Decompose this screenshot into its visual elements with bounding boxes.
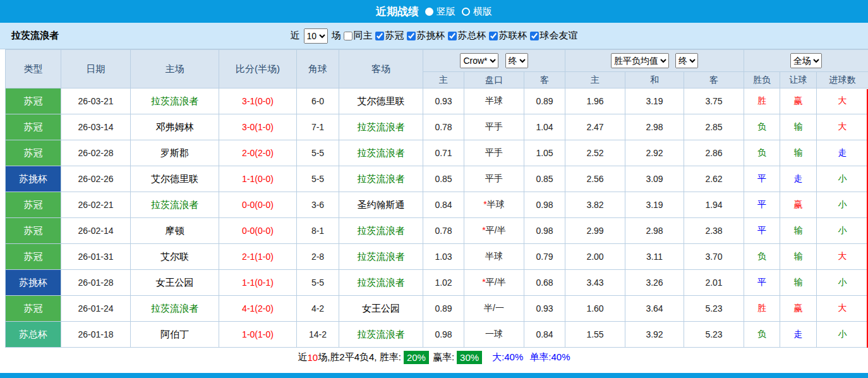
win-draw-loss-result: 平	[744, 218, 780, 244]
asia-home-odds: 0.85	[423, 166, 464, 192]
away-team[interactable]: 拉茨流浪者	[339, 270, 423, 296]
competition-checkbox[interactable]	[530, 32, 539, 40]
goals-result: 小	[817, 166, 868, 192]
home-team[interactable]: 拉茨流浪者	[131, 192, 219, 218]
handicap-text: 半球	[485, 95, 503, 106]
home-team[interactable]: 摩顿	[131, 218, 219, 244]
asia-away-odds: 0.85	[524, 166, 565, 192]
layout-option-vertical[interactable]: 竖版	[425, 6, 455, 18]
competition-filter[interactable]: 苏总杯	[448, 30, 486, 42]
europe-away-odds: 3.75	[684, 88, 744, 114]
asia-home-odds: 1.03	[423, 244, 464, 270]
asia-away-odds: 1.04	[524, 114, 565, 140]
win-draw-loss-result: 负	[744, 140, 780, 166]
asia-away-odds: 0.98	[524, 192, 565, 218]
competition-checkbox[interactable]	[407, 32, 416, 40]
europe-away-odds: 5.23	[684, 296, 744, 322]
win-rate-badge: 20%	[404, 351, 429, 364]
away-team[interactable]: 艾尔德里联	[339, 88, 423, 114]
europe-home-odds: 1.55	[565, 322, 625, 348]
home-team[interactable]: 拉茨流浪者	[131, 88, 219, 114]
europe-home-odds: 1.60	[565, 296, 625, 322]
goals-result: 大	[817, 296, 868, 322]
asia-handicap: *平/半	[464, 270, 524, 296]
home-team[interactable]: 拉茨流浪者	[131, 296, 219, 322]
match-score: 0-0(0-0)	[219, 192, 297, 218]
away-team[interactable]: 圣约翰斯通	[339, 192, 423, 218]
handicap-result: 输	[780, 244, 817, 270]
asia-handicap: *半球	[464, 192, 524, 218]
home-team[interactable]: 阿伯丁	[131, 322, 219, 348]
europe-away-odds: 5.23	[684, 322, 744, 348]
layout-option-label: 竖版	[437, 6, 455, 18]
away-team[interactable]: 拉茨流浪者	[339, 114, 423, 140]
handicap-result: 输	[780, 218, 817, 244]
asia-time-select[interactable]: 终	[505, 53, 528, 68]
home-team[interactable]: 艾尔德里联	[131, 166, 219, 192]
europe-draw-odds: 3.19	[625, 192, 684, 218]
europe-home-odds: 3.43	[565, 270, 625, 296]
same-home-filter[interactable]: 同主	[344, 30, 373, 42]
asia-home-odds: 0.98	[423, 322, 464, 348]
handicap-text: 平/半	[486, 277, 506, 287]
asia-handicap: 平手	[464, 140, 524, 166]
europe-home-odds: 2.52	[565, 140, 625, 166]
europe-away-odds: 2.01	[684, 270, 744, 296]
away-team[interactable]: 拉茨流浪者	[339, 218, 423, 244]
goals-result: 走	[817, 140, 868, 166]
layout-option-horizontal[interactable]: 横版	[462, 6, 492, 18]
corner-score: 4-2	[297, 296, 339, 322]
col-date: 日期	[61, 50, 131, 88]
home-team[interactable]: 罗斯郡	[131, 140, 219, 166]
home-team[interactable]: 女王公园	[131, 270, 219, 296]
competition-checkbox[interactable]	[448, 32, 457, 40]
match-score: 0-0(0-0)	[219, 218, 297, 244]
corner-score: 6-0	[297, 88, 339, 114]
away-team[interactable]: 拉茨流浪者	[339, 166, 423, 192]
win-draw-loss-result: 负	[744, 114, 780, 140]
competition-badge: 苏冠	[6, 140, 61, 166]
away-team[interactable]: 女王公园	[339, 296, 423, 322]
match-score: 3-1(0-0)	[219, 88, 297, 114]
asia-away-odds: 0.98	[524, 218, 565, 244]
win-draw-loss-result: 胜	[744, 296, 780, 322]
win-draw-loss-result: 平	[744, 166, 780, 192]
competition-filter[interactable]: 苏联杯	[489, 30, 527, 42]
summary-record: 场,胜2平4负4, 胜率:	[318, 351, 401, 363]
competition-filter[interactable]: 苏挑杯	[407, 30, 445, 42]
corner-score: 7-1	[297, 114, 339, 140]
competition-badge: 苏冠	[6, 88, 61, 114]
handicap-rate-label: 赢率:	[433, 351, 454, 363]
match-date: 26-01-31	[61, 244, 131, 270]
match-count-select[interactable]: 10	[304, 28, 328, 44]
europe-odds-select[interactable]: 胜平负均值	[611, 53, 669, 68]
europe-home-odds: 2.47	[565, 114, 625, 140]
europe-time-select[interactable]: 终	[675, 53, 698, 68]
match-date: 26-02-14	[61, 218, 131, 244]
scope-select[interactable]: 全场	[790, 53, 822, 68]
col-asia-away: 客	[524, 72, 565, 88]
corner-score: 3-6	[297, 192, 339, 218]
competition-badge: 苏总杯	[6, 322, 61, 348]
home-team[interactable]: 艾尔联	[131, 244, 219, 270]
asia-handicap: 平手	[464, 166, 524, 192]
radio-unselected-icon	[462, 8, 470, 16]
competition-filter[interactable]: 苏冠	[375, 30, 404, 42]
win-draw-loss-result: 平	[744, 192, 780, 218]
away-team[interactable]: 拉茨流浪者	[339, 140, 423, 166]
home-team[interactable]: 邓弗姆林	[131, 114, 219, 140]
handicap-text: 平/半	[486, 225, 506, 235]
page-title: 近期战绩	[376, 4, 419, 19]
bookmaker-select[interactable]: Crow*	[460, 53, 498, 68]
europe-away-odds: 2.86	[684, 140, 744, 166]
col-away: 客场	[339, 50, 423, 88]
handicap-text: 半/一	[484, 303, 504, 313]
competition-filter[interactable]: 球会友谊	[530, 30, 578, 42]
competition-filters: 苏冠苏挑杯苏总杯苏联杯球会友谊	[375, 30, 578, 42]
competition-checkbox[interactable]	[489, 32, 498, 40]
competition-label: 苏挑杯	[417, 30, 445, 42]
away-team[interactable]: 拉茨流浪者	[339, 322, 423, 348]
competition-checkbox[interactable]	[375, 32, 384, 40]
away-team[interactable]: 拉茨流浪者	[339, 244, 423, 270]
same-home-checkbox[interactable]	[344, 32, 353, 40]
